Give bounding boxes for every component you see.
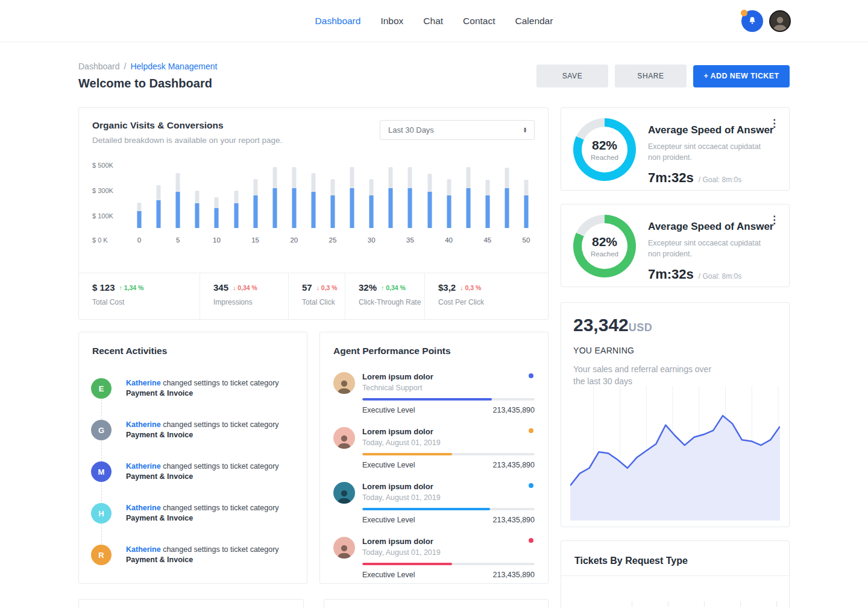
earnings-amount: 23,342USD (573, 315, 777, 335)
activity-text: Katherine changed settings to ticket cat… (126, 378, 279, 399)
activity-user-link[interactable]: Katherine (126, 379, 161, 387)
x-axis-ticks: 05101520253035404550 (139, 240, 526, 249)
bar (389, 167, 393, 228)
agent-avatar (333, 537, 355, 559)
bar (292, 167, 296, 228)
y-axis-label: $ 0 K (92, 236, 108, 244)
donut-chart: 82% Reached (573, 118, 636, 181)
agent-progress-bar (362, 563, 535, 565)
activity-avatar: H (91, 503, 112, 524)
stat-label: Total Cost (92, 298, 200, 306)
nav-item-calendar[interactable]: Calendar (515, 16, 553, 27)
bell-icon (747, 16, 758, 27)
activity-avatar: E (91, 378, 112, 399)
chart-gridline (668, 601, 668, 607)
content: Dashboard/Helpdesk Management Welcome to… (0, 62, 868, 608)
activity-action: changed settings to ticket category (163, 545, 278, 554)
breadcrumb-dashboard[interactable]: Dashboard (78, 62, 120, 71)
activity-user-link[interactable]: Katherine (126, 420, 161, 429)
donut-percent: 82% (592, 235, 617, 249)
agent-level: Executive Level (362, 571, 415, 579)
agent-row: Lorem ipsum dolor Today, August 01, 2019… (333, 537, 535, 579)
donut-caption: Reached (591, 250, 618, 258)
donut-center: 82% Reached (573, 118, 636, 181)
agent-avatar (333, 427, 355, 449)
x-axis-tick: 25 (329, 236, 337, 244)
page-head: Dashboard/Helpdesk Management Welcome to… (78, 62, 790, 90)
agent-name: Lorem ipsum dolor (362, 537, 535, 546)
breadcrumb-current[interactable]: Helpdesk Management (130, 62, 217, 71)
bar (466, 167, 470, 228)
status-dot (529, 428, 533, 433)
donut-percent: 82% (592, 138, 617, 153)
bar-plot-area (131, 165, 535, 228)
speed-card-title: Average Speed of Answer (648, 221, 777, 233)
speed-card-desc: Excepteur sint occaecat cupidatat non pr… (648, 142, 767, 163)
user-avatar[interactable] (769, 10, 791, 32)
x-axis-tick: 30 (368, 236, 376, 244)
stat-impressions: 345↓ 0,34 % Impressions (200, 273, 288, 319)
activity-user-link[interactable]: Katherine (126, 462, 161, 470)
earnings-card: 23,342USD YOU EARNING Your sales and ref… (561, 302, 790, 527)
agent-subtitle: Today, August 01, 2019 (362, 493, 535, 502)
kebab-menu-icon[interactable]: ⋮ (769, 118, 779, 128)
bar (447, 179, 451, 228)
activity-text: Katherine changed settings to ticket cat… (126, 461, 279, 482)
nav-item-dashboard[interactable]: Dashboard (315, 16, 361, 27)
activity-item: M Katherine changed settings to ticket c… (91, 461, 294, 482)
bar (311, 173, 315, 228)
x-axis-tick: 45 (483, 236, 491, 244)
organic-visits-card: Organic Visits & Conversions Detailed br… (78, 107, 549, 320)
activity-user-link[interactable]: Katherine (126, 504, 161, 512)
agent-subtitle: Technical Support (362, 384, 535, 392)
activity-text: Katherine changed settings to ticket cat… (126, 545, 279, 565)
add-new-ticket-button[interactable]: + ADD NEW TICKET (693, 65, 790, 87)
person-icon (335, 432, 353, 449)
stat-value: 345 (213, 282, 228, 293)
kebab-menu-icon[interactable]: ⋮ (769, 215, 779, 225)
speed-time: 7m:32s (648, 170, 694, 186)
save-button[interactable]: SAVE (536, 65, 608, 87)
stat-ctr: 32%↑ 0,34 % Click-Through Rate (345, 273, 424, 319)
share-button[interactable]: SHARE (615, 65, 687, 87)
speed-card-body: Average Speed of Answer ⋮ Excepteur sint… (648, 215, 777, 276)
tickets-card-title: Tickets By Request Type (574, 556, 776, 566)
person-icon (335, 378, 353, 394)
stat-delta-down: ↓ 0,34 % (233, 284, 257, 291)
cutoff-card-left (78, 599, 304, 608)
stat-value: 57 (302, 282, 312, 293)
person-icon (335, 542, 353, 559)
agent-footer: Executive Level213,435,890 (362, 571, 535, 579)
bars (139, 165, 526, 228)
chart-gridline (740, 601, 741, 607)
agent-performance-title: Agent Performance Points (333, 346, 535, 356)
nav-item-inbox[interactable]: Inbox (380, 16, 403, 27)
activity-target: Payment & Invoice (126, 388, 279, 399)
x-axis-tick: 40 (445, 236, 453, 244)
activity-avatar: R (91, 545, 112, 565)
donut-caption: Reached (591, 154, 618, 161)
agent-performance-card: Agent Performance Points Lorem ipsum dol… (319, 332, 549, 584)
notifications-button[interactable] (741, 10, 763, 32)
bar (350, 167, 354, 228)
activity-target: Payment & Invoice (126, 430, 279, 440)
agent-name: Lorem ipsum dolor (362, 427, 535, 436)
stat-label: Cost Per Click (438, 298, 548, 306)
activity-text: Katherine changed settings to ticket cat… (126, 503, 279, 524)
speed-goal: / Goal: 8m:0s (699, 176, 741, 184)
bar (331, 179, 335, 228)
nav-item-chat[interactable]: Chat (423, 16, 443, 27)
agent-points: 213,435,890 (492, 406, 535, 414)
top-nav: Dashboard Inbox Chat Contact Calendar (0, 0, 868, 42)
page-head-left: Dashboard/Helpdesk Management Welcome to… (78, 62, 217, 90)
status-dot (529, 538, 533, 543)
person-icon (771, 14, 789, 31)
activity-text: Katherine changed settings to ticket cat… (126, 420, 279, 440)
nav-item-contact[interactable]: Contact (463, 16, 495, 27)
bar (195, 191, 200, 228)
period-select[interactable]: Last 30 Days ▴▾ (380, 120, 535, 140)
speed-card-desc: Excepteur sint occaecat cupidatat non pr… (648, 238, 767, 259)
activity-user-link[interactable]: Katherine (126, 545, 161, 554)
agent-subtitle: Today, August 01, 2019 (362, 548, 535, 557)
stat-value: $ 123 (92, 282, 115, 293)
